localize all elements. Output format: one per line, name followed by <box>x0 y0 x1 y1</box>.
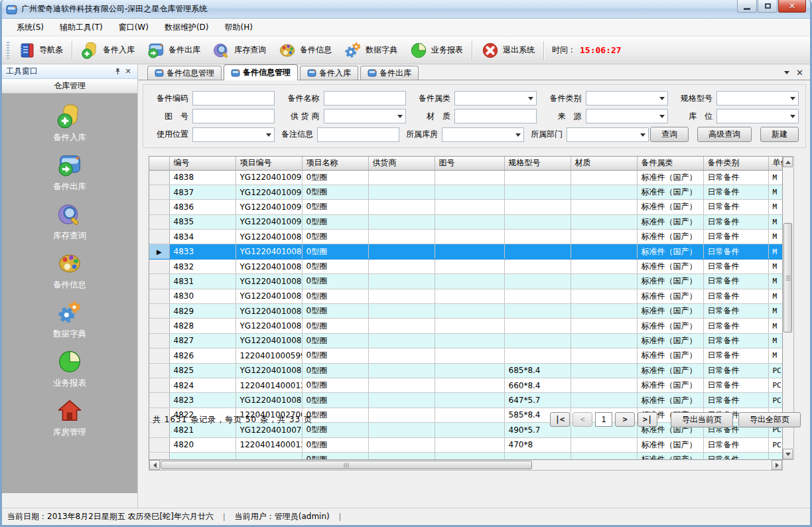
table-cell[interactable] <box>435 170 504 185</box>
tab-parts-outbound[interactable]: 备件出库 <box>360 66 419 80</box>
table-cell[interactable] <box>571 363 637 378</box>
horizontal-scrollbar[interactable] <box>149 460 783 471</box>
toolbar-parts-outbound-button[interactable]: 备件出库 <box>141 39 206 62</box>
table-cell[interactable]: 4820 <box>169 437 236 452</box>
row-indicator[interactable] <box>149 452 169 460</box>
table-cell[interactable]: 685*8.4 <box>504 363 571 378</box>
row-indicator[interactable] <box>149 185 169 199</box>
table-cell[interactable] <box>571 393 637 408</box>
table-cell[interactable] <box>504 214 571 229</box>
table-cell[interactable]: 1220401400013 <box>236 437 302 452</box>
table-cell[interactable]: 0型圈 <box>302 319 368 333</box>
column-header-id[interactable]: 编号 <box>169 157 236 170</box>
page-number-input[interactable] <box>595 412 612 427</box>
table-cell[interactable] <box>368 319 435 333</box>
part-category-select[interactable] <box>454 91 537 106</box>
table-cell[interactable]: 1220401000599 <box>236 348 302 363</box>
table-cell[interactable] <box>504 348 571 363</box>
row-indicator[interactable] <box>149 170 169 185</box>
table-row[interactable]: ▶4833YG122040100880型圈标准件（国产）日常备件M <box>149 244 783 259</box>
table-cell[interactable]: 标准件（国产） <box>637 437 703 452</box>
menu-window[interactable]: 窗口(W) <box>111 19 157 36</box>
table-cell[interactable]: 日常备件 <box>703 230 768 244</box>
table-cell[interactable] <box>571 200 637 214</box>
table-cell[interactable] <box>504 259 571 273</box>
row-indicator[interactable] <box>149 348 169 363</box>
table-cell[interactable]: 标准件（国产） <box>637 393 703 408</box>
table-cell[interactable] <box>435 333 504 348</box>
table-cell[interactable] <box>571 289 637 303</box>
sidebar-item-warehouse-manage[interactable]: 库房管理 <box>30 398 109 438</box>
table-cell[interactable] <box>435 259 504 273</box>
table-cell[interactable]: M <box>768 304 783 319</box>
menu-aux-tools[interactable]: 辅助工具(T) <box>52 19 111 36</box>
column-header-material[interactable]: 材质 <box>571 157 637 170</box>
table-cell[interactable]: PC <box>768 437 783 452</box>
table-cell[interactable]: 4833 <box>169 244 236 259</box>
part-name-input[interactable] <box>324 91 406 106</box>
table-cell[interactable]: 4838 <box>169 170 236 185</box>
table-cell[interactable]: YG12204010092 <box>236 185 302 199</box>
column-header-spec[interactable]: 规格型号 <box>504 157 571 170</box>
table-cell[interactable]: M <box>768 185 783 199</box>
table-row[interactable]: 4837YG122040100920型圈标准件（国产）日常备件M <box>149 185 783 199</box>
advanced-query-button[interactable]: 高级查询 <box>697 127 752 142</box>
table-cell[interactable] <box>571 378 637 392</box>
column-header-project-name[interactable]: 项目名称 <box>302 157 368 170</box>
table-cell[interactable]: 标准件（国产） <box>637 452 703 460</box>
tab-close-icon[interactable]: ✕ <box>796 68 803 77</box>
table-cell[interactable] <box>368 348 435 363</box>
sidebar-item-parts-inbound[interactable]: 备件入库 <box>30 103 109 143</box>
table-cell[interactable] <box>504 230 571 244</box>
row-indicator[interactable]: ▶ <box>149 244 169 259</box>
table-cell[interactable] <box>504 452 571 460</box>
table-cell[interactable] <box>504 244 571 259</box>
supplier-select[interactable] <box>324 109 406 123</box>
table-cell[interactable]: 0型圈 <box>302 378 368 392</box>
table-cell[interactable]: 标准件（国产） <box>637 244 703 259</box>
table-cell[interactable] <box>435 437 504 452</box>
table-cell[interactable]: 日常备件 <box>703 274 768 289</box>
menu-help[interactable]: 帮助(H) <box>217 19 261 36</box>
table-cell[interactable]: 0型圈 <box>302 304 368 319</box>
use-position-select[interactable] <box>192 127 275 142</box>
table-cell[interactable] <box>368 244 435 259</box>
toolbar-inventory-query-button[interactable]: 库存查询 <box>206 39 272 62</box>
sidebar-section-header[interactable]: 仓库管理 <box>2 79 137 94</box>
table-cell[interactable] <box>571 274 637 289</box>
table-cell[interactable] <box>368 304 435 319</box>
table-cell[interactable]: M <box>768 319 783 333</box>
toolbar-grip[interactable] <box>7 42 9 59</box>
scroll-up-button[interactable] <box>783 157 793 167</box>
horizontal-scroll-thumb[interactable] <box>161 461 532 469</box>
table-cell[interactable] <box>571 230 637 244</box>
table-cell[interactable]: 标准件（国产） <box>637 185 703 199</box>
table-cell[interactable]: 4829 <box>169 304 236 319</box>
tab-parts-info-manage-1[interactable]: 备件信息管理 <box>147 66 222 80</box>
table-cell[interactable] <box>368 185 435 199</box>
row-indicator[interactable] <box>149 259 169 273</box>
column-header-unit[interactable]: 单位 <box>768 157 783 170</box>
table-cell[interactable]: 4823 <box>169 393 236 408</box>
table-row[interactable]: 4831YG122040100860型圈标准件（国产）日常备件M <box>149 274 783 289</box>
table-cell[interactable] <box>368 393 435 408</box>
table-row[interactable]: 4838YG122040100930型圈标准件（国产）日常备件M <box>149 170 783 185</box>
location-select[interactable] <box>716 109 799 123</box>
table-cell[interactable]: PC <box>768 363 783 378</box>
row-indicator[interactable] <box>149 289 169 303</box>
table-cell[interactable]: YG12204010091 <box>236 200 302 214</box>
column-header-indicator[interactable] <box>149 157 169 170</box>
drawing-no-input[interactable] <box>192 109 275 123</box>
table-cell[interactable]: 标准件（国产） <box>637 259 703 273</box>
table-cell[interactable]: M <box>768 214 783 229</box>
table-cell[interactable]: PC <box>768 393 783 408</box>
table-cell[interactable]: 标准件（国产） <box>637 333 703 348</box>
table-row[interactable]: 0型圈标准件（国产）日常备件 <box>149 452 783 460</box>
table-cell[interactable]: 日常备件 <box>703 437 768 452</box>
table-cell[interactable] <box>571 348 637 363</box>
table-cell[interactable]: 647*5.7 <box>504 393 571 408</box>
table-cell[interactable] <box>504 289 571 303</box>
row-indicator[interactable] <box>149 319 169 333</box>
close-button[interactable]: ✕ <box>778 0 806 13</box>
table-cell[interactable]: 0型圈 <box>302 214 368 229</box>
